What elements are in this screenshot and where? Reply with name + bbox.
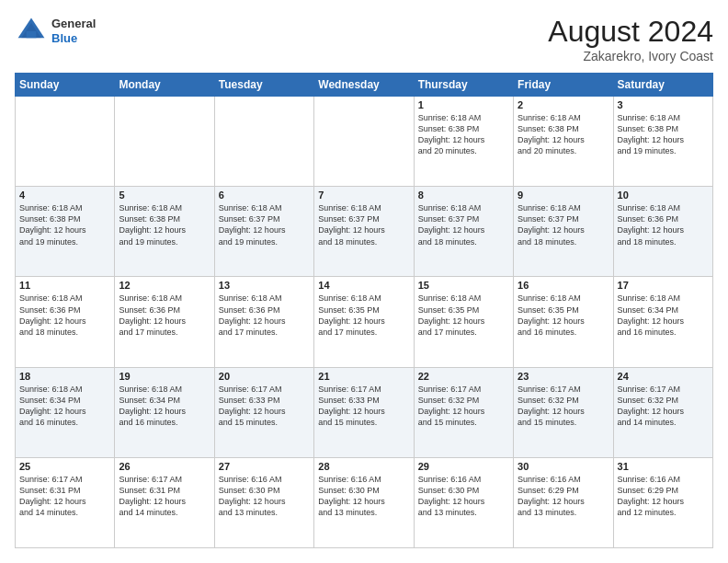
day-info: Sunrise: 6:18 AM Sunset: 6:34 PM Dayligh… bbox=[119, 384, 210, 429]
calendar-cell: 26Sunrise: 6:17 AM Sunset: 6:31 PM Dayli… bbox=[115, 457, 214, 547]
calendar-header-wednesday: Wednesday bbox=[314, 74, 414, 97]
calendar-cell: 15Sunrise: 6:18 AM Sunset: 6:35 PM Dayli… bbox=[414, 277, 513, 367]
day-info: Sunrise: 6:18 AM Sunset: 6:38 PM Dayligh… bbox=[618, 112, 709, 157]
calendar-cell: 4Sunrise: 6:18 AM Sunset: 6:38 PM Daylig… bbox=[16, 187, 115, 277]
calendar-cell bbox=[115, 97, 214, 187]
day-info: Sunrise: 6:17 AM Sunset: 6:32 PM Dayligh… bbox=[518, 384, 609, 429]
calendar-header-row: SundayMondayTuesdayWednesdayThursdayFrid… bbox=[16, 74, 713, 97]
day-number: 25 bbox=[19, 461, 110, 472]
day-number: 7 bbox=[318, 190, 409, 201]
day-info: Sunrise: 6:16 AM Sunset: 6:30 PM Dayligh… bbox=[318, 474, 409, 519]
day-number: 18 bbox=[19, 371, 110, 382]
day-info: Sunrise: 6:18 AM Sunset: 6:38 PM Dayligh… bbox=[418, 112, 509, 157]
day-number: 10 bbox=[618, 190, 709, 201]
calendar-week-row: 18Sunrise: 6:18 AM Sunset: 6:34 PM Dayli… bbox=[16, 367, 713, 457]
calendar-cell: 11Sunrise: 6:18 AM Sunset: 6:36 PM Dayli… bbox=[16, 277, 115, 367]
calendar-cell: 31Sunrise: 6:16 AM Sunset: 6:29 PM Dayli… bbox=[613, 457, 712, 547]
month-title: August 2024 bbox=[548, 15, 713, 49]
calendar-cell: 21Sunrise: 6:17 AM Sunset: 6:33 PM Dayli… bbox=[314, 367, 414, 457]
title-section: August 2024 Zakarekro, Ivory Coast bbox=[548, 15, 713, 63]
day-info: Sunrise: 6:16 AM Sunset: 6:30 PM Dayligh… bbox=[418, 474, 509, 519]
day-number: 30 bbox=[518, 461, 609, 472]
calendar-cell: 13Sunrise: 6:18 AM Sunset: 6:36 PM Dayli… bbox=[214, 277, 313, 367]
day-number: 4 bbox=[19, 190, 110, 201]
calendar-cell: 12Sunrise: 6:18 AM Sunset: 6:36 PM Dayli… bbox=[115, 277, 214, 367]
day-info: Sunrise: 6:18 AM Sunset: 6:38 PM Dayligh… bbox=[19, 202, 110, 247]
day-info: Sunrise: 6:18 AM Sunset: 6:34 PM Dayligh… bbox=[19, 384, 110, 429]
day-info: Sunrise: 6:18 AM Sunset: 6:36 PM Dayligh… bbox=[618, 202, 709, 247]
day-info: Sunrise: 6:16 AM Sunset: 6:29 PM Dayligh… bbox=[618, 474, 709, 519]
day-info: Sunrise: 6:18 AM Sunset: 6:36 PM Dayligh… bbox=[119, 293, 210, 338]
day-number: 19 bbox=[119, 371, 210, 382]
calendar-cell: 19Sunrise: 6:18 AM Sunset: 6:34 PM Dayli… bbox=[115, 367, 214, 457]
svg-rect-2 bbox=[27, 31, 37, 38]
calendar-cell: 3Sunrise: 6:18 AM Sunset: 6:38 PM Daylig… bbox=[613, 97, 712, 187]
day-number: 27 bbox=[219, 461, 310, 472]
calendar-cell: 17Sunrise: 6:18 AM Sunset: 6:34 PM Dayli… bbox=[613, 277, 712, 367]
day-number: 12 bbox=[119, 280, 210, 291]
calendar-cell: 6Sunrise: 6:18 AM Sunset: 6:37 PM Daylig… bbox=[214, 187, 313, 277]
calendar-cell: 5Sunrise: 6:18 AM Sunset: 6:38 PM Daylig… bbox=[115, 187, 214, 277]
day-info: Sunrise: 6:17 AM Sunset: 6:32 PM Dayligh… bbox=[618, 384, 709, 429]
day-number: 31 bbox=[618, 461, 709, 472]
location: Zakarekro, Ivory Coast bbox=[548, 49, 713, 63]
calendar-cell: 20Sunrise: 6:17 AM Sunset: 6:33 PM Dayli… bbox=[214, 367, 313, 457]
day-info: Sunrise: 6:18 AM Sunset: 6:37 PM Dayligh… bbox=[518, 202, 609, 247]
day-info: Sunrise: 6:18 AM Sunset: 6:35 PM Dayligh… bbox=[418, 293, 509, 338]
day-number: 16 bbox=[518, 280, 609, 291]
calendar-cell: 28Sunrise: 6:16 AM Sunset: 6:30 PM Dayli… bbox=[314, 457, 414, 547]
day-number: 13 bbox=[219, 280, 310, 291]
day-info: Sunrise: 6:17 AM Sunset: 6:33 PM Dayligh… bbox=[219, 384, 310, 429]
day-number: 17 bbox=[618, 280, 709, 291]
calendar-cell bbox=[314, 97, 414, 187]
calendar-cell: 18Sunrise: 6:18 AM Sunset: 6:34 PM Dayli… bbox=[16, 367, 115, 457]
calendar-header-tuesday: Tuesday bbox=[214, 74, 313, 97]
day-info: Sunrise: 6:17 AM Sunset: 6:31 PM Dayligh… bbox=[19, 474, 110, 519]
day-info: Sunrise: 6:18 AM Sunset: 6:35 PM Dayligh… bbox=[518, 293, 609, 338]
logo-general-text: General bbox=[51, 17, 96, 31]
day-number: 21 bbox=[318, 371, 409, 382]
day-info: Sunrise: 6:18 AM Sunset: 6:37 PM Dayligh… bbox=[418, 202, 509, 247]
calendar-header-thursday: Thursday bbox=[414, 74, 513, 97]
day-number: 26 bbox=[119, 461, 210, 472]
calendar-cell bbox=[16, 97, 115, 187]
day-number: 28 bbox=[318, 461, 409, 472]
page: General Blue August 2024 Zakarekro, Ivor… bbox=[0, 0, 728, 563]
day-number: 23 bbox=[518, 371, 609, 382]
calendar-cell: 29Sunrise: 6:16 AM Sunset: 6:30 PM Dayli… bbox=[414, 457, 513, 547]
day-info: Sunrise: 6:18 AM Sunset: 6:35 PM Dayligh… bbox=[318, 293, 409, 338]
day-number: 3 bbox=[618, 99, 709, 110]
logo-blue-text: Blue bbox=[51, 31, 96, 46]
day-number: 11 bbox=[19, 280, 110, 291]
calendar-week-row: 1Sunrise: 6:18 AM Sunset: 6:38 PM Daylig… bbox=[16, 97, 713, 187]
day-info: Sunrise: 6:16 AM Sunset: 6:29 PM Dayligh… bbox=[518, 474, 609, 519]
day-number: 6 bbox=[219, 190, 310, 201]
calendar-cell: 16Sunrise: 6:18 AM Sunset: 6:35 PM Dayli… bbox=[514, 277, 613, 367]
day-number: 22 bbox=[418, 371, 509, 382]
day-number: 20 bbox=[219, 371, 310, 382]
day-info: Sunrise: 6:17 AM Sunset: 6:33 PM Dayligh… bbox=[318, 384, 409, 429]
day-info: Sunrise: 6:18 AM Sunset: 6:34 PM Dayligh… bbox=[618, 293, 709, 338]
day-number: 2 bbox=[518, 99, 609, 110]
day-info: Sunrise: 6:18 AM Sunset: 6:36 PM Dayligh… bbox=[19, 293, 110, 338]
day-number: 15 bbox=[418, 280, 509, 291]
calendar-cell: 23Sunrise: 6:17 AM Sunset: 6:32 PM Dayli… bbox=[514, 367, 613, 457]
day-info: Sunrise: 6:18 AM Sunset: 6:38 PM Dayligh… bbox=[518, 112, 609, 157]
calendar-week-row: 4Sunrise: 6:18 AM Sunset: 6:38 PM Daylig… bbox=[16, 187, 713, 277]
calendar-cell: 1Sunrise: 6:18 AM Sunset: 6:38 PM Daylig… bbox=[414, 97, 513, 187]
day-number: 24 bbox=[618, 371, 709, 382]
day-number: 14 bbox=[318, 280, 409, 291]
calendar-cell: 30Sunrise: 6:16 AM Sunset: 6:29 PM Dayli… bbox=[514, 457, 613, 547]
calendar-cell: 2Sunrise: 6:18 AM Sunset: 6:38 PM Daylig… bbox=[514, 97, 613, 187]
day-info: Sunrise: 6:16 AM Sunset: 6:30 PM Dayligh… bbox=[219, 474, 310, 519]
calendar-header-friday: Friday bbox=[514, 74, 613, 97]
logo-icon bbox=[15, 15, 48, 48]
calendar-cell: 14Sunrise: 6:18 AM Sunset: 6:35 PM Dayli… bbox=[314, 277, 414, 367]
day-info: Sunrise: 6:18 AM Sunset: 6:36 PM Dayligh… bbox=[219, 293, 310, 338]
day-info: Sunrise: 6:18 AM Sunset: 6:37 PM Dayligh… bbox=[219, 202, 310, 247]
calendar-cell: 7Sunrise: 6:18 AM Sunset: 6:37 PM Daylig… bbox=[314, 187, 414, 277]
day-number: 9 bbox=[518, 190, 609, 201]
day-number: 1 bbox=[418, 99, 509, 110]
calendar-cell: 24Sunrise: 6:17 AM Sunset: 6:32 PM Dayli… bbox=[613, 367, 712, 457]
calendar-header-sunday: Sunday bbox=[16, 74, 115, 97]
